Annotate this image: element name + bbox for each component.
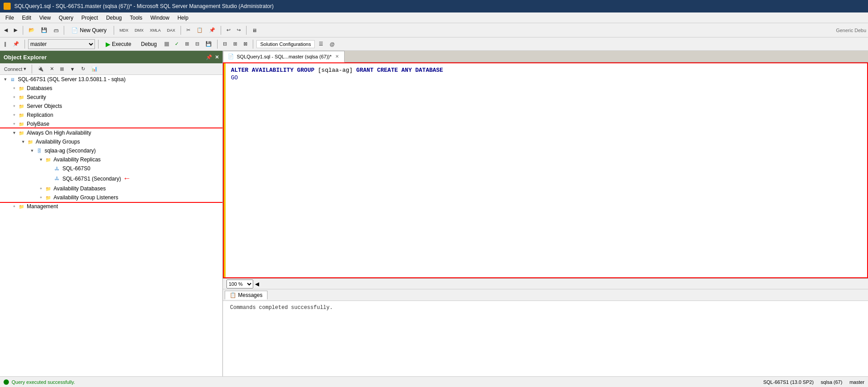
tree-replication[interactable]: + 📁 Replication	[0, 111, 222, 119]
tree-serverobjects[interactable]: + 📁 Server Objects	[0, 102, 222, 111]
management-label: Management	[27, 203, 58, 210]
menu-view[interactable]: View	[36, 14, 54, 22]
tab-close-button[interactable]: ✕	[334, 54, 340, 59]
redo-button[interactable]: ↪	[234, 26, 243, 34]
tree-availlisteners[interactable]: + 📁 Availability Group Listeners	[0, 193, 222, 202]
copy-icon: 📋	[197, 27, 203, 33]
polybase-expander[interactable]: +	[11, 120, 18, 128]
xmla-button[interactable]: XMLA	[148, 27, 163, 34]
main-toolbar: ◀ ▶ 📂 💾 🗃 📄 New Query MDX DMX XMLA DAX ✂…	[0, 23, 868, 37]
menu-help[interactable]: Help	[174, 14, 192, 22]
pin-icon[interactable]: 📌	[206, 54, 212, 60]
dax-button[interactable]: DAX	[165, 27, 178, 34]
summary-button[interactable]: 📊	[89, 65, 100, 73]
execute-button[interactable]: ▶ Execute	[102, 39, 135, 49]
undo-button[interactable]: ↩	[224, 26, 233, 34]
disconnect-button[interactable]: ✕	[48, 65, 56, 73]
pin-button[interactable]: 📌	[11, 40, 21, 48]
tree-security[interactable]: + 📁 Security	[0, 93, 222, 102]
menu-tools[interactable]: Tools	[126, 14, 146, 22]
sql667s1-label: SQL-667S1 (Secondary)	[62, 176, 121, 182]
checkmark-button[interactable]: ✓	[173, 40, 181, 48]
tree-availdbs[interactable]: + 📁 Availability Databases	[0, 184, 222, 193]
alwayson-expander[interactable]: ▼	[11, 129, 18, 136]
tree-sql667s0[interactable]: + 🖧 SQL-667S0	[0, 164, 222, 173]
layout-button[interactable]: ⊟	[221, 40, 229, 48]
paste-icon: 📌	[209, 27, 215, 33]
layout3-button[interactable]: ⊠	[241, 40, 250, 48]
tree-databases[interactable]: + 📁 Databases	[0, 84, 222, 93]
menu-window[interactable]: Window	[147, 14, 173, 22]
availreplicas-expander[interactable]: ▼	[37, 156, 45, 163]
root-expander[interactable]: ▼	[2, 76, 9, 83]
tree-management[interactable]: + 📁 Management	[0, 202, 222, 211]
refresh-button[interactable]: ↻	[79, 65, 87, 73]
databases-expander[interactable]: +	[11, 85, 18, 92]
cut-button[interactable]: ✂	[184, 26, 193, 34]
saveall-button[interactable]: 🗃	[51, 26, 61, 34]
results-content: Commands completed successfully.	[223, 301, 868, 376]
new-query-button[interactable]: 📄 New Query	[67, 25, 111, 35]
management-expander[interactable]: +	[11, 203, 18, 210]
paste-button[interactable]: 📌	[207, 26, 218, 34]
dmx-button[interactable]: DMX	[132, 27, 146, 34]
new-connection-icon: 🔌	[37, 66, 44, 72]
config-icon: ☰	[319, 41, 323, 47]
save-button[interactable]: 💾	[39, 26, 49, 34]
menu-file[interactable]: File	[2, 14, 17, 22]
database-selector[interactable]: master	[28, 39, 95, 49]
tree-availreplicas[interactable]: ▼ 📁 Availability Replicas	[0, 155, 222, 164]
open-button[interactable]: 📂	[26, 26, 37, 34]
stop-oe-button[interactable]	[58, 66, 66, 72]
at-button[interactable]: @	[327, 40, 337, 48]
menu-debug[interactable]: Debug	[103, 14, 125, 22]
serverobjects-expander[interactable]: +	[11, 103, 18, 110]
indent-button[interactable]: ‖	[2, 40, 9, 48]
messages-tab[interactable]: 📋 Messages	[225, 291, 267, 300]
layout2-button[interactable]: ⊞	[231, 40, 239, 48]
query-tab[interactable]: 📄 SQLQuery1.sql - SQL...master (sqlsa (6…	[223, 51, 345, 62]
dmx-icon: DMX	[135, 28, 144, 33]
availdbs-expander[interactable]: +	[37, 185, 45, 192]
connect-chevron: ▾	[24, 66, 26, 72]
sqlaag-expander[interactable]: ▼	[29, 147, 36, 154]
tab-label: SQLQuery1.sql - SQL...master (sqlsa (67)…	[237, 54, 332, 59]
security-expander[interactable]: +	[11, 94, 18, 101]
title-bar: SQLQuery1.sql - SQL-667S1.master (sqlsa …	[0, 0, 868, 12]
new-connection-button[interactable]: 🔌	[35, 65, 46, 73]
zoom-arrow[interactable]: ◀	[255, 281, 259, 287]
copy-button[interactable]: 📋	[194, 26, 205, 34]
indent-icon: ‖	[4, 41, 7, 47]
tree-alwayson[interactable]: ▼ 📁 Always On High Availability	[0, 128, 222, 137]
forward-button[interactable]: ▶	[12, 26, 20, 34]
close-icon[interactable]: ✕	[215, 54, 219, 60]
menu-project[interactable]: Project	[78, 14, 102, 22]
grid-button[interactable]: ⊞	[183, 40, 191, 48]
config-button[interactable]: ☰	[317, 40, 325, 48]
tree-root[interactable]: ▼ 🖥 SQL-667S1 (SQL Server 13.0.5081.1 - …	[0, 75, 222, 84]
tree-polybase[interactable]: + 📁 PolyBase	[0, 119, 222, 128]
availgroups-expander[interactable]: ▼	[20, 138, 27, 145]
debug-button[interactable]: 🖥	[250, 26, 259, 34]
filter-button[interactable]: ▼	[68, 65, 77, 73]
connect-button[interactable]: Connect ▾	[2, 65, 29, 73]
replication-expander[interactable]: +	[11, 111, 18, 119]
code-editor[interactable]: ALTER AVAILABILITY GROUP [sqlaa-ag] GRAN…	[223, 62, 868, 278]
sqlaag-label: sqlaa-ag (Secondary)	[45, 148, 96, 154]
back-button[interactable]: ◀	[2, 26, 10, 34]
tree-sqlaag[interactable]: ▼ 🗄 sqlaa-ag (Secondary)	[0, 146, 222, 155]
save-results-button[interactable]: 💾	[203, 40, 214, 48]
code-bracket-open: [sqlaa-ag]	[318, 67, 356, 74]
mdx-button[interactable]: MDX	[117, 27, 131, 34]
zoom-selector[interactable]: 100 %	[226, 280, 253, 288]
tree-availgroups[interactable]: ▼ 📁 Availability Groups	[0, 137, 222, 146]
menu-edit[interactable]: Edit	[18, 14, 35, 22]
results-button[interactable]: ⊟	[193, 40, 202, 48]
security-folder-icon: 📁	[18, 94, 25, 101]
availlisteners-expander[interactable]: +	[37, 194, 45, 201]
separator-8	[98, 40, 99, 49]
menu-query[interactable]: Query	[55, 14, 77, 22]
mdx-icon: MDX	[119, 28, 128, 33]
tree-sql667s1[interactable]: + 🖧 SQL-667S1 (Secondary) ←	[0, 173, 222, 184]
debug-query-button[interactable]: Debug	[137, 40, 160, 49]
